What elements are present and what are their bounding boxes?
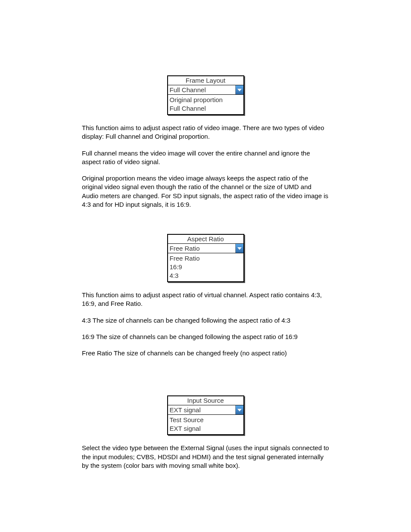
input-source-selected-row[interactable]: EXT signal <box>168 405 243 415</box>
svg-marker-0 <box>237 89 242 91</box>
aspect-ratio-title: Aspect Ratio <box>168 235 243 244</box>
body-text: 16:9 The size of channels can be changed… <box>82 333 329 341</box>
frame-layout-options: Original proportion Full Channel <box>168 95 243 114</box>
input-source-title: Input Source <box>168 396 243 405</box>
dropdown-arrow-icon[interactable] <box>235 244 243 253</box>
aspect-ratio-options: Free Ratio 16:9 4:3 <box>168 253 243 281</box>
aspect-ratio-option[interactable]: 16:9 <box>170 263 242 271</box>
dropdown-arrow-icon[interactable] <box>235 405 243 414</box>
page: Frame Layout Full Channel Original propo… <box>0 0 411 532</box>
input-source-options: Test Source EXT signal <box>168 415 243 434</box>
body-text: This function aims to adjust aspect rati… <box>82 124 329 141</box>
body-text: Select the video type between the Extern… <box>82 444 329 470</box>
body-text: Free Ratio The size of channels can be c… <box>82 349 329 358</box>
frame-layout-dropdown: Frame Layout Full Channel Original propo… <box>167 75 244 115</box>
frame-layout-option[interactable]: Full Channel <box>170 104 242 113</box>
input-source-selected-text: EXT signal <box>168 405 235 414</box>
body-text: 4:3 The size of channels can be changed … <box>82 316 329 325</box>
aspect-ratio-dropdown: Aspect Ratio Free Ratio Free Ratio 16:9 … <box>167 234 244 282</box>
aspect-ratio-selected-text: Free Ratio <box>168 244 235 253</box>
frame-layout-title: Frame Layout <box>168 76 243 85</box>
aspect-ratio-selected-row[interactable]: Free Ratio <box>168 244 243 253</box>
frame-layout-selected-text: Full Channel <box>168 85 235 94</box>
dropdown-arrow-icon[interactable] <box>235 85 243 94</box>
aspect-ratio-option[interactable]: Free Ratio <box>170 254 242 263</box>
input-source-option[interactable]: Test Source <box>170 416 242 424</box>
frame-layout-option[interactable]: Original proportion <box>170 96 242 104</box>
body-text: Full channel means the video image will … <box>82 149 329 167</box>
svg-marker-1 <box>237 247 242 250</box>
svg-marker-2 <box>237 409 242 411</box>
input-source-option[interactable]: EXT signal <box>170 424 242 433</box>
body-text: This function aims to adjust aspect rati… <box>82 291 329 308</box>
input-source-dropdown: Input Source EXT signal Test Source EXT … <box>167 395 244 435</box>
aspect-ratio-option[interactable]: 4:3 <box>170 271 242 280</box>
body-text: Original proportion means the video imag… <box>82 174 329 209</box>
frame-layout-selected-row[interactable]: Full Channel <box>168 85 243 95</box>
